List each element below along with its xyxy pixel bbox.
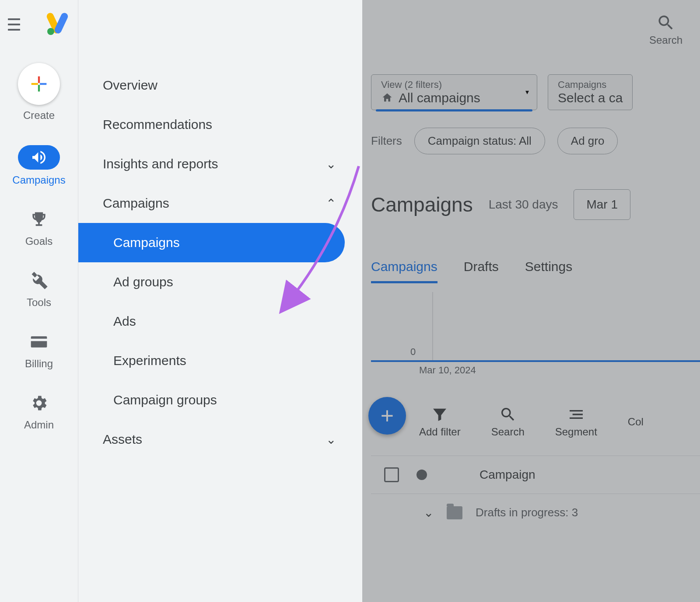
insights-label: Insights and reports: [103, 157, 218, 171]
date-range-label: Last 30 days: [489, 198, 558, 212]
toolbar-columns-label: Col: [628, 416, 644, 428]
nav-sub-experiments[interactable]: Experiments: [78, 341, 362, 380]
plus-icon: [18, 63, 60, 105]
toolbar-segment-label: Segment: [555, 426, 597, 438]
sub-ads-label: Ads: [113, 314, 136, 329]
chevron-down-icon: ⌄: [326, 157, 336, 171]
goals-label: Goals: [25, 235, 53, 247]
nav-sub-campaigngroups[interactable]: Campaign groups: [78, 380, 362, 420]
view-selector[interactable]: View (2 filters) All campaigns ▾: [371, 74, 537, 110]
nav-sub-campaigns[interactable]: Campaigns: [78, 223, 345, 262]
nav-campaigns[interactable]: Campaigns⌃: [78, 184, 362, 223]
rail-campaigns[interactable]: Campaigns: [12, 145, 65, 186]
toolbar-search[interactable]: Search: [491, 406, 525, 438]
campaigns-label: Campaigns: [12, 174, 65, 186]
chart-zero: 0: [410, 346, 416, 358]
trophy-icon: [29, 210, 49, 231]
page-title: Campaigns: [371, 193, 473, 216]
nav-sub-ads[interactable]: Ads: [78, 302, 362, 341]
filters-label: Filters: [371, 134, 402, 148]
dropdown-icon: ▾: [525, 88, 529, 96]
toolbar-columns[interactable]: Col: [628, 416, 644, 428]
view-value: All campaigns: [399, 90, 480, 105]
assets-label: Assets: [103, 432, 142, 447]
nav-sub-adgroups[interactable]: Ad groups: [78, 262, 362, 302]
chip-adgroup[interactable]: Ad gro: [557, 128, 618, 154]
nav-assets[interactable]: Assets⌄: [78, 420, 362, 459]
tools-label: Tools: [27, 296, 51, 309]
menu-icon[interactable]: [4, 14, 24, 35]
col-campaign[interactable]: Campaign: [480, 468, 536, 482]
chevron-down-icon: ⌄: [424, 505, 434, 520]
nav-recommendations[interactable]: Recommendations: [78, 105, 362, 144]
sub-experiments-label: Experiments: [113, 353, 186, 368]
sub-campaigngroups-label: Campaign groups: [113, 393, 217, 407]
tab-settings[interactable]: Settings: [525, 259, 572, 283]
folder-icon: [447, 506, 462, 519]
table-header: Campaign: [371, 456, 700, 494]
date-range-picker[interactable]: Mar 1: [574, 189, 630, 220]
toolbar-search-label: Search: [491, 426, 525, 438]
filter-icon: [431, 406, 448, 423]
tab-campaigns[interactable]: Campaigns: [371, 259, 438, 283]
tab-drafts[interactable]: Drafts: [464, 259, 499, 283]
chip-campaign-status[interactable]: Campaign status: All: [414, 128, 545, 154]
search-label: Search: [649, 34, 682, 46]
search-icon: [499, 406, 517, 423]
search-button[interactable]: Search: [649, 13, 682, 46]
select-all-checkbox[interactable]: [384, 467, 399, 482]
overview-label: Overview: [103, 78, 158, 93]
rail-tools[interactable]: Tools: [27, 271, 51, 309]
view-label: View (2 filters): [381, 79, 527, 90]
status-dot-icon: [416, 470, 427, 480]
addfilter-label: Add filter: [419, 426, 461, 438]
segment-icon: [567, 406, 585, 423]
create-button[interactable]: Create: [18, 63, 60, 122]
billing-label: Billing: [25, 358, 53, 370]
drafts-label: Drafts in progress: 3: [476, 506, 578, 519]
campaigns-selector[interactable]: Campaigns Select a ca: [548, 74, 633, 110]
chart-date: Mar 10, 2024: [419, 365, 476, 376]
recommendations-label: Recommendations: [103, 117, 212, 132]
rail-goals[interactable]: Goals: [25, 210, 53, 247]
megaphone-icon: [18, 145, 60, 170]
campaigns-label: Campaigns: [103, 196, 169, 211]
main-content: Search View (2 filters) All campaigns ▾ …: [362, 0, 700, 602]
chevron-down-icon: ⌄: [326, 432, 336, 447]
drafts-row[interactable]: ⌄ Drafts in progress: 3: [371, 494, 700, 531]
gear-icon: [29, 393, 49, 414]
google-ads-logo[interactable]: [46, 12, 70, 37]
admin-label: Admin: [24, 419, 54, 431]
rail-admin[interactable]: Admin: [24, 393, 54, 431]
sub-campaigns-label: Campaigns: [113, 235, 180, 250]
rail-billing[interactable]: Billing: [25, 332, 53, 370]
add-filter-button[interactable]: Add filter: [419, 406, 461, 438]
nav-insights[interactable]: Insights and reports⌄: [78, 144, 362, 184]
nav-overview[interactable]: Overview: [78, 66, 362, 105]
create-label: Create: [23, 109, 55, 122]
sub-adgroups-label: Ad groups: [113, 275, 173, 289]
toolbar-segment[interactable]: Segment: [555, 406, 597, 438]
add-campaign-fab[interactable]: +: [368, 397, 406, 435]
secondary-nav: Overview Recommendations Insights and re…: [78, 0, 362, 602]
home-icon: [381, 92, 393, 104]
search-icon: [656, 13, 676, 32]
performance-chart: 0 Mar 10, 2024: [371, 310, 700, 362]
campsel-label: Campaigns: [558, 79, 623, 90]
card-icon: [29, 332, 49, 353]
chevron-up-icon: ⌃: [326, 196, 336, 211]
campsel-value: Select a ca: [558, 90, 623, 105]
tools-icon: [29, 271, 49, 292]
left-rail: Create Campaigns Goals Tools: [0, 0, 78, 602]
